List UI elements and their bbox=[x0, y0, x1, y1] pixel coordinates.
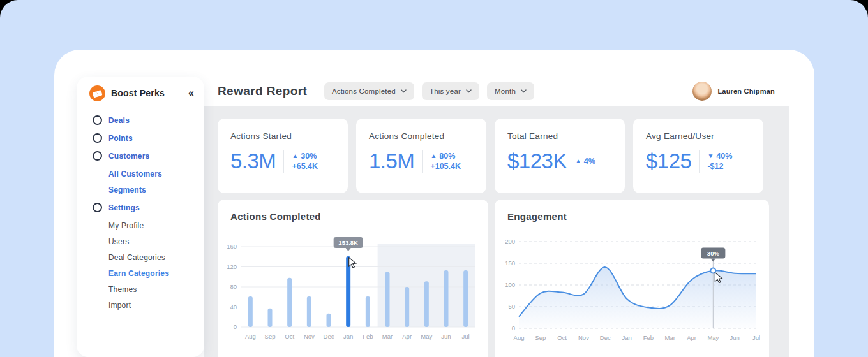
dashboard-content: Actions Started 5.3M ▲30% +65.4K Actions… bbox=[204, 106, 789, 357]
circle-icon bbox=[93, 203, 102, 212]
stat-pct: 4% bbox=[584, 157, 595, 166]
stat-pct: 30% bbox=[301, 152, 317, 161]
sidebar-item-import[interactable]: Import bbox=[77, 297, 204, 313]
sidebar-item-my-profile[interactable]: My Profile bbox=[77, 217, 204, 233]
svg-text:Sep: Sep bbox=[535, 334, 546, 341]
bar-Mar[interactable] bbox=[385, 272, 390, 327]
engagement-line-chart[interactable]: 050100150200AugSepOctNovDecJanFebMarAprM… bbox=[501, 229, 760, 345]
stat-card-total-earned: Total Earned $123K ▲4% bbox=[495, 119, 625, 193]
svg-text:Mar: Mar bbox=[382, 333, 393, 340]
divider bbox=[571, 150, 571, 173]
filter-bar: Actions Completed This year Month bbox=[324, 82, 534, 100]
sidebar-item-deal-categories[interactable]: Deal Categories bbox=[77, 249, 204, 265]
engagement-chart-card: Engagement 050100150200AugSepOctNovDecJa… bbox=[495, 200, 769, 357]
svg-text:150: 150 bbox=[505, 259, 515, 266]
bar-Nov[interactable] bbox=[307, 296, 311, 327]
divider bbox=[283, 150, 284, 173]
svg-text:Aug: Aug bbox=[514, 334, 525, 341]
sidebar-item-points[interactable]: Points bbox=[77, 130, 204, 146]
page-title: Reward Report bbox=[218, 84, 307, 98]
bar-May[interactable] bbox=[424, 281, 429, 327]
sidebar-item-all-customers[interactable]: All Customers bbox=[77, 166, 204, 182]
svg-text:Jul: Jul bbox=[752, 334, 760, 341]
bar-Dec[interactable] bbox=[327, 314, 331, 327]
sidebar: Boost Perks « Deals Points Customers All… bbox=[77, 76, 204, 357]
stat-value: 5.3M bbox=[230, 149, 276, 173]
svg-text:0: 0 bbox=[234, 323, 237, 330]
stat-delta: +65.4K bbox=[292, 162, 318, 171]
brand-name: Boost Perks bbox=[111, 88, 165, 98]
svg-text:100: 100 bbox=[505, 281, 515, 288]
trend-up-icon: ▲ bbox=[430, 153, 437, 159]
bar-Jan[interactable] bbox=[346, 256, 350, 327]
stat-pct: 80% bbox=[439, 152, 455, 161]
svg-text:Sep: Sep bbox=[265, 333, 276, 340]
stat-label: Actions Completed bbox=[369, 131, 474, 141]
stat-label: Total Earned bbox=[507, 131, 612, 141]
avatar bbox=[692, 82, 712, 101]
bar-Feb[interactable] bbox=[366, 296, 370, 327]
chart-tooltip: 153.8K bbox=[334, 237, 363, 251]
stat-card-row: Actions Started 5.3M ▲30% +65.4K Actions… bbox=[218, 119, 763, 193]
svg-text:Jun: Jun bbox=[441, 333, 451, 340]
bar-Sep[interactable] bbox=[268, 309, 273, 327]
bar-Apr[interactable] bbox=[405, 287, 409, 327]
bar-Jun[interactable] bbox=[444, 270, 449, 327]
stat-value: $125 bbox=[646, 149, 691, 173]
sidebar-item-segments[interactable]: Segments bbox=[77, 182, 204, 198]
svg-text:Jan: Jan bbox=[343, 333, 353, 340]
svg-text:Feb: Feb bbox=[363, 333, 373, 340]
top-header: Reward Report Actions Completed This yea… bbox=[204, 76, 789, 106]
bar-Oct[interactable] bbox=[287, 278, 292, 327]
boost-perks-logo-icon bbox=[89, 85, 105, 101]
sidebar-item-settings[interactable]: Settings bbox=[77, 200, 204, 215]
svg-text:Mar: Mar bbox=[665, 334, 675, 341]
svg-text:80: 80 bbox=[230, 283, 237, 290]
filter-metric-dropdown[interactable]: Actions Completed bbox=[324, 82, 414, 100]
actions-completed-bar-chart[interactable]: 04080120160AugSepOctNovDecJanFebMarAprMa… bbox=[224, 229, 482, 344]
user-name: Lauren Chipman bbox=[717, 87, 775, 95]
divider bbox=[422, 150, 423, 173]
svg-text:Nov: Nov bbox=[578, 334, 589, 341]
stat-label: Actions Started bbox=[230, 131, 335, 141]
chevron-down-icon bbox=[521, 89, 527, 93]
svg-text:40: 40 bbox=[230, 303, 237, 310]
sidebar-item-users[interactable]: Users bbox=[77, 233, 204, 249]
chart-title: Engagement bbox=[507, 211, 567, 222]
bar-Aug[interactable] bbox=[248, 296, 253, 327]
stat-delta: -$12 bbox=[707, 162, 732, 171]
user-menu[interactable]: Lauren Chipman bbox=[692, 82, 775, 101]
sidebar-nav: Deals Points Customers All Customers Seg… bbox=[77, 112, 204, 313]
trend-down-icon: ▼ bbox=[707, 153, 714, 159]
circle-icon bbox=[93, 115, 102, 125]
main-area: Reward Report Actions Completed This yea… bbox=[204, 76, 789, 357]
filter-granularity-dropdown[interactable]: Month bbox=[487, 82, 534, 100]
stat-value: 1.5M bbox=[369, 149, 414, 173]
circle-icon bbox=[93, 133, 102, 143]
sidebar-header: Boost Perks « bbox=[77, 76, 204, 102]
svg-text:May: May bbox=[707, 334, 719, 341]
trend-up-icon: ▲ bbox=[575, 158, 581, 164]
stat-pct: 40% bbox=[716, 152, 732, 161]
svg-text:May: May bbox=[421, 333, 432, 340]
stat-label: Avg Earned/User bbox=[646, 131, 751, 141]
svg-text:Dec: Dec bbox=[600, 334, 611, 341]
svg-text:30%: 30% bbox=[707, 250, 720, 257]
chart-row: Actions Completed 04080120160AugSepOctNo… bbox=[218, 200, 769, 357]
divider bbox=[699, 150, 700, 173]
svg-text:120: 120 bbox=[227, 263, 237, 270]
sidebar-collapse-button[interactable]: « bbox=[188, 88, 194, 98]
chevron-down-icon bbox=[401, 89, 407, 93]
sidebar-item-deals[interactable]: Deals bbox=[77, 112, 204, 128]
svg-text:Apr: Apr bbox=[402, 333, 412, 340]
sidebar-item-themes[interactable]: Themes bbox=[77, 281, 204, 297]
sidebar-item-customers[interactable]: Customers bbox=[77, 148, 204, 164]
bar-Jul[interactable] bbox=[463, 270, 468, 327]
filter-period-dropdown[interactable]: This year bbox=[422, 82, 479, 100]
sidebar-item-earn-categories[interactable]: Earn Categories bbox=[77, 265, 204, 281]
svg-text:Aug: Aug bbox=[245, 333, 256, 340]
stat-value: $123K bbox=[507, 149, 567, 173]
svg-text:50: 50 bbox=[508, 303, 515, 310]
svg-text:160: 160 bbox=[227, 243, 237, 250]
stat-card-actions-completed: Actions Completed 1.5M ▲80% +105.4K bbox=[356, 119, 486, 193]
